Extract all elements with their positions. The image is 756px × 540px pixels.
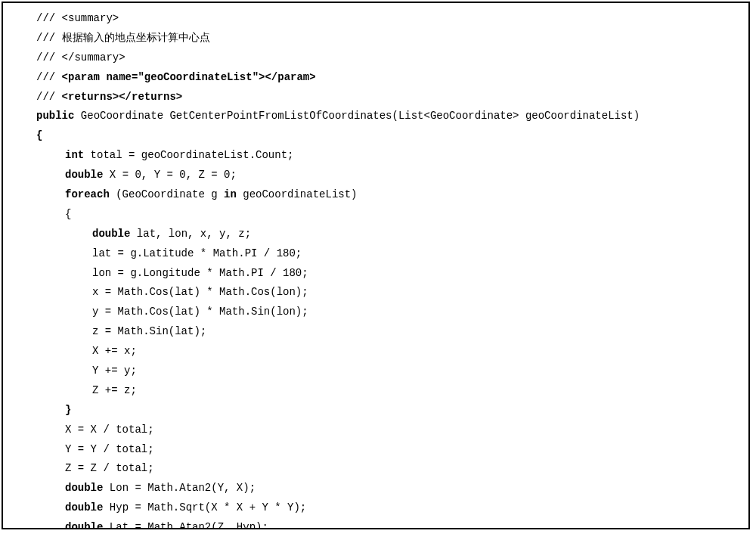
code-token: int bbox=[65, 149, 84, 161]
code-line: double X = 0, Y = 0, Z = 0; bbox=[11, 166, 741, 185]
code-token: Z += z; bbox=[92, 384, 137, 396]
code-token: lon = g.Longitude * Math.PI / 180; bbox=[92, 267, 308, 279]
code-line: X = X / total; bbox=[11, 421, 741, 440]
code-token: /// 根据输入的地点坐标计算中心点 bbox=[36, 32, 210, 44]
code-line: /// <returns></returns> bbox=[11, 88, 741, 107]
code-token: X += x; bbox=[92, 345, 137, 357]
code-line: /// <param name="geoCoordinateList"></pa… bbox=[11, 68, 741, 88]
code-token: <returns></returns> bbox=[62, 91, 183, 103]
code-line: /// <summary> bbox=[11, 9, 741, 29]
code-token: Lon = Math.Atan2(Y, X); bbox=[103, 482, 256, 494]
code-line: double Hyp = Math.Sqrt(X * X + Y * Y); bbox=[11, 498, 741, 518]
code-container: /// <summary>/// 根据输入的地点坐标计算中心点/// </sum… bbox=[2, 2, 750, 529]
code-token: { bbox=[36, 129, 42, 141]
code-token: in bbox=[224, 188, 237, 200]
code-token: total = geoCoordinateList.Count; bbox=[84, 149, 293, 161]
code-block: /// <summary>/// 根据输入的地点坐标计算中心点/// </sum… bbox=[11, 9, 741, 529]
code-token: GeoCoordinate GetCenterPointFromListOfCo… bbox=[74, 110, 640, 122]
code-token: (GeoCoordinate g bbox=[110, 188, 224, 200]
code-token: } bbox=[65, 404, 71, 416]
code-token: double bbox=[92, 228, 130, 240]
code-line: double lat, lon, x, y, z; bbox=[11, 225, 741, 244]
code-token: double bbox=[65, 521, 103, 529]
code-token: public bbox=[36, 110, 74, 122]
code-token: Y = Y / total; bbox=[65, 443, 154, 455]
code-token: /// bbox=[36, 91, 62, 103]
code-line: double Lat = Math.Atan2(Z, Hyp); bbox=[11, 518, 741, 529]
code-token: <param name="geoCoordinateList"></param> bbox=[62, 71, 316, 83]
code-token: /// </summary> bbox=[36, 51, 125, 64]
code-line: X += x; bbox=[11, 342, 741, 362]
code-line: foreach (GeoCoordinate g in geoCoordinat… bbox=[11, 185, 741, 205]
code-line: Z = Z / total; bbox=[11, 459, 741, 479]
code-line: { bbox=[11, 126, 741, 146]
code-token: Z = Z / total; bbox=[65, 462, 154, 474]
code-line: { bbox=[11, 205, 741, 225]
code-line: Y = Y / total; bbox=[11, 440, 741, 460]
code-line: Y += y; bbox=[11, 362, 741, 381]
code-token: lat, lon, x, y, z; bbox=[130, 228, 251, 240]
code-token: { bbox=[65, 208, 71, 220]
code-token: geoCoordinateList) bbox=[237, 188, 358, 200]
code-line: x = Math.Cos(lat) * Math.Cos(lon); bbox=[11, 283, 741, 303]
code-token: foreach bbox=[65, 188, 110, 200]
code-token: Y += y; bbox=[92, 365, 137, 377]
code-line: } bbox=[11, 401, 741, 421]
code-line: lat = g.Latitude * Math.PI / 180; bbox=[11, 244, 741, 264]
code-line: int total = geoCoordinateList.Count; bbox=[11, 146, 741, 166]
code-token: /// bbox=[36, 71, 62, 83]
code-token: y = Math.Cos(lat) * Math.Sin(lon); bbox=[92, 306, 308, 318]
code-token: double bbox=[65, 169, 103, 181]
code-token: lat = g.Latitude * Math.PI / 180; bbox=[92, 247, 302, 259]
code-token: double bbox=[65, 482, 103, 494]
code-token: X = X / total; bbox=[65, 424, 154, 436]
code-line: z = Math.Sin(lat); bbox=[11, 322, 741, 342]
code-line: lon = g.Longitude * Math.PI / 180; bbox=[11, 264, 741, 284]
code-token: Lat = Math.Atan2(Z, Hyp); bbox=[103, 521, 268, 529]
code-token: x = Math.Cos(lat) * Math.Cos(lon); bbox=[92, 286, 308, 298]
code-line: double Lon = Math.Atan2(Y, X); bbox=[11, 479, 741, 498]
code-line: /// </summary> bbox=[11, 48, 741, 68]
code-line: public GeoCoordinate GetCenterPointFromL… bbox=[11, 107, 741, 126]
code-line: /// 根据输入的地点坐标计算中心点 bbox=[11, 29, 741, 48]
code-line: Z += z; bbox=[11, 381, 741, 401]
code-token: Hyp = Math.Sqrt(X * X + Y * Y); bbox=[103, 501, 306, 514]
code-token: X = 0, Y = 0, Z = 0; bbox=[103, 169, 236, 181]
code-token: double bbox=[65, 501, 103, 514]
code-token: /// <summary> bbox=[36, 12, 119, 24]
code-line: y = Math.Cos(lat) * Math.Sin(lon); bbox=[11, 303, 741, 322]
code-token: z = Math.Sin(lat); bbox=[92, 325, 206, 337]
